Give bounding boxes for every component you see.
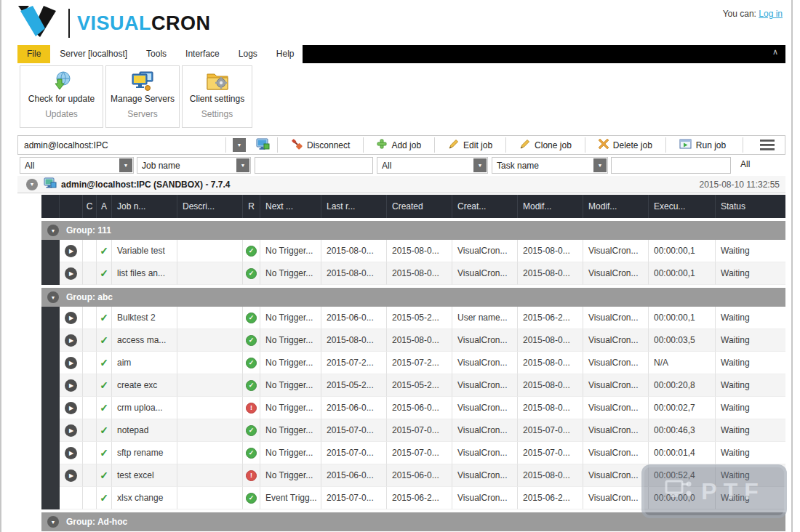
job-row[interactable]: ▶✓access ma...✓No Trigger...2015-08-0...… (41, 329, 785, 352)
job-search-input[interactable] (255, 157, 373, 174)
column-header-descri[interactable]: Descri... (177, 195, 243, 218)
row-strip (41, 307, 60, 329)
column-header-next[interactable]: Next ... (260, 195, 321, 218)
login-link[interactable]: Log in (759, 9, 783, 19)
column-header-lastr[interactable]: Last r... (321, 195, 387, 218)
task-search-input[interactable] (611, 157, 731, 174)
job-status-filter-combobox[interactable]: All ▼ (377, 157, 488, 174)
group-collapse-icon[interactable]: ▼ (47, 225, 59, 236)
job-name-cell: sftp rename (112, 442, 177, 464)
column-header-status[interactable]: Status (716, 195, 785, 218)
disconnect-button[interactable]: Disconnect (284, 138, 356, 152)
column-header-modif[interactable]: Modif... (583, 195, 649, 218)
active-check-icon: ✓ (100, 245, 108, 257)
column-header-c[interactable]: C (83, 195, 97, 218)
last-run-cell: 2015-07-0... (321, 419, 387, 442)
group-label: Group: abc (66, 292, 113, 302)
manage-servers-button[interactable]: Manage Servers Servers (105, 65, 180, 128)
result-cell: ! (243, 397, 260, 419)
next-run-cell: No Trigger... (260, 397, 321, 419)
window-border (791, 0, 793, 532)
edit-job-button[interactable]: Edit job (441, 139, 499, 152)
column-header-a[interactable]: A (97, 195, 112, 218)
menu-item-tools[interactable]: Tools (137, 45, 176, 63)
run-job-button[interactable]: Run job (673, 139, 732, 151)
created-cell: 2015-07-0... (387, 442, 452, 464)
job-row[interactable]: ▶✓Bulktest 2✓No Trigger...2015-06-0...20… (41, 307, 785, 329)
job-row[interactable]: ▶✓aim✓No Trigger...2015-07-2...2015-07-2… (41, 352, 785, 374)
menu-item-file[interactable]: File (17, 45, 50, 63)
chevron-down-icon[interactable]: ▼ (473, 158, 487, 172)
client-settings-button[interactable]: Client settings Settings (182, 65, 252, 128)
run-job-play-button[interactable]: ▶ (65, 402, 77, 414)
menu-item-server-localhost[interactable]: Server [localhost] (50, 45, 137, 63)
clone-job-button[interactable]: Clone job (513, 139, 578, 152)
run-job-play-button[interactable]: ▶ (65, 334, 77, 347)
column-header-modif[interactable]: Modif... (518, 195, 583, 218)
play-cell: ▶ (60, 262, 83, 285)
next-run-cell: No Trigger... (260, 262, 321, 285)
task-field-combobox[interactable]: Task name ▼ (492, 157, 608, 174)
column-header-created[interactable]: Created (387, 195, 452, 218)
group-filter-combobox[interactable]: All ▼ (20, 157, 134, 174)
job-row[interactable]: ▶✓Variable test✓No Trigger...2015-08-0..… (41, 240, 785, 262)
job-name-cell: test excel (112, 464, 177, 487)
chevron-down-icon[interactable]: ▼ (119, 158, 132, 172)
row-strip (41, 262, 60, 285)
group-collapse-icon[interactable]: ▼ (47, 516, 59, 528)
run-job-play-button[interactable]: ▶ (65, 424, 77, 437)
description-cell (177, 352, 243, 374)
group-collapse-icon[interactable]: ▼ (47, 291, 59, 303)
row-strip (41, 464, 60, 487)
run-job-play-button[interactable]: ▶ (65, 447, 77, 459)
collapse-server-icon[interactable]: ▼ (26, 179, 38, 190)
view-menu-icon[interactable] (750, 140, 785, 150)
execution-cell: 00:00:03,5 (649, 329, 716, 352)
play-cell: ▶ (60, 374, 83, 397)
chevron-down-icon[interactable]: ▼ (236, 158, 249, 172)
job-field-combobox[interactable]: Job name ▼ (137, 157, 251, 174)
menu-item-logs[interactable]: Logs (229, 45, 267, 63)
delete-job-button[interactable]: Delete job (592, 139, 659, 151)
task-status-filter[interactable]: All (740, 159, 750, 169)
run-job-play-button[interactable]: ▶ (65, 357, 77, 369)
add-job-button[interactable]: Add job (370, 139, 428, 151)
result-cell: ✓ (243, 419, 260, 442)
active-cell: ✓ (97, 464, 112, 487)
servers-group-label: Servers (127, 109, 157, 119)
run-job-play-button[interactable]: ▶ (65, 245, 77, 257)
job-row[interactable]: ▶✓notepad✓No Trigger...2015-07-0...2015-… (41, 419, 785, 442)
menu-item-help[interactable]: Help (267, 45, 304, 63)
run-job-play-button[interactable]: ▶ (65, 312, 77, 324)
server-monitor-icon[interactable] (256, 138, 271, 153)
column-header-jobn[interactable]: Job n... (112, 195, 177, 218)
check-for-update-button[interactable]: Check for update Updates (20, 65, 103, 128)
created-by-cell: VisualCron... (452, 464, 518, 487)
connection-combobox[interactable]: admin@localhost:IPC (18, 140, 219, 150)
group-header-row[interactable]: ▼Group: 111 (41, 221, 785, 240)
column-header-creat[interactable]: Creat... (452, 195, 518, 218)
group-header-row[interactable]: ▼Group: abc (41, 288, 785, 307)
active-check-icon: ✓ (100, 267, 108, 279)
active-cell: ✓ (97, 487, 112, 509)
execution-cell: 00:00:46,3 (649, 419, 716, 442)
result-success-icon: ✓ (246, 358, 257, 368)
column-header-execu[interactable]: Execu... (649, 195, 716, 218)
job-row[interactable]: ▶✓list files an...✓No Trigger...2015-08-… (41, 262, 785, 285)
run-job-play-button[interactable]: ▶ (65, 379, 77, 392)
modified-by-cell: VisualCron... (583, 442, 649, 464)
checked-cell (83, 419, 97, 442)
watermark-text: PTF (698, 478, 764, 505)
menu-item-interface[interactable]: Interface (176, 45, 229, 63)
run-job-play-button[interactable]: ▶ (65, 469, 77, 482)
chevron-down-icon[interactable]: ▼ (593, 158, 607, 172)
collapse-ribbon-icon[interactable]: ∧ (772, 47, 778, 57)
column-header-r[interactable]: R (243, 195, 260, 218)
modified-cell: 2015-08-0... (518, 352, 583, 374)
job-row[interactable]: ▶✓create exc✓No Trigger...2015-05-2...20… (41, 374, 785, 397)
connection-dropdown-button[interactable]: ▼ (233, 138, 246, 152)
job-row[interactable]: ▶✓crm uploa...!No Trigger...2015-06-0...… (41, 397, 785, 419)
active-check-icon: ✓ (100, 379, 108, 391)
run-job-play-button[interactable]: ▶ (65, 267, 77, 280)
job-row[interactable]: ▶✓sftp rename✓No Trigger...2015-07-0...2… (41, 442, 785, 464)
